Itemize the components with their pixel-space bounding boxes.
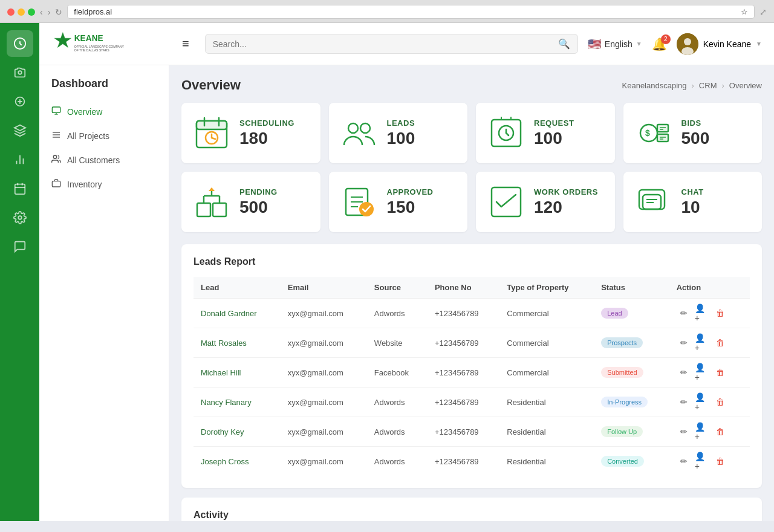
- chat-label: CHAT: [681, 187, 750, 196]
- lead-name-1[interactable]: Matt Rosales: [201, 339, 247, 348]
- svg-rect-52: [197, 203, 210, 216]
- card-leads[interactable]: LEADS 100: [329, 103, 468, 163]
- refresh-button[interactable]: ↻: [55, 7, 62, 17]
- edit-button-2[interactable]: ✏: [677, 365, 691, 380]
- user-area[interactable]: Kevin Keane ▼: [677, 33, 762, 55]
- search-bar: 🔍: [205, 34, 578, 54]
- lead-status-3: In-Progress: [594, 388, 669, 417]
- address-bar[interactable]: fieldpros.ai ☆: [67, 5, 755, 19]
- svg-rect-45: [659, 126, 667, 131]
- delete-button-1[interactable]: 🗑: [713, 336, 727, 350]
- sidebar-icon-camera[interactable]: [7, 59, 33, 86]
- back-button[interactable]: ‹: [40, 7, 43, 17]
- lead-property-1: Commercial: [499, 328, 594, 358]
- lead-name-0[interactable]: Donald Gardner: [201, 309, 257, 318]
- lead-name-5[interactable]: Joseph Cross: [201, 457, 249, 466]
- bids-card-info: BIDS 500: [681, 118, 750, 148]
- action-icons-3: ✏ 👤+ 🗑: [677, 395, 743, 409]
- sidebar-icon-chart[interactable]: [7, 146, 33, 173]
- assign-button-0[interactable]: 👤+: [695, 306, 709, 320]
- lead-status-5: Converted: [594, 447, 669, 476]
- sidebar-icon-settings[interactable]: [7, 204, 33, 231]
- forward-button[interactable]: ›: [48, 7, 51, 17]
- assign-button-2[interactable]: 👤+: [695, 365, 709, 380]
- delete-button-0[interactable]: 🗑: [713, 306, 727, 320]
- leads-card-info: LEADS 100: [387, 118, 456, 148]
- card-work-orders[interactable]: WORK ORDERS 120: [476, 172, 615, 232]
- request-card-info: REQUEST 100: [534, 118, 603, 148]
- delete-button-3[interactable]: 🗑: [713, 395, 727, 409]
- card-request[interactable]: REQUEST 100: [476, 103, 615, 163]
- content-area: Overview Keanelandscaping › CRM › Overvi…: [169, 65, 774, 521]
- card-approved[interactable]: APPROVED 150: [329, 172, 468, 232]
- svg-marker-12: [54, 32, 71, 47]
- svg-rect-53: [213, 203, 226, 216]
- assign-button-4[interactable]: 👤+: [695, 424, 709, 439]
- breadcrumb-sep-2: ›: [721, 81, 724, 90]
- svg-line-33: [212, 138, 215, 139]
- sidebar-icon-chat[interactable]: [7, 233, 33, 260]
- lead-name-2[interactable]: Michael Hill: [201, 368, 241, 377]
- lead-status-0: Lead: [594, 299, 669, 328]
- sidebar-item-overview[interactable]: Overview: [39, 100, 169, 124]
- assign-button-5[interactable]: 👤+: [695, 454, 709, 469]
- lead-name-4[interactable]: Dorothy Key: [201, 427, 244, 436]
- sidebar-item-inventory[interactable]: Inventory: [39, 172, 169, 196]
- workorders-card-icon: [488, 184, 524, 220]
- lead-source-4: Adwords: [367, 417, 428, 447]
- workorders-value: 120: [534, 198, 603, 217]
- leads-card-icon: [341, 115, 377, 151]
- lead-status-1: Prospects: [594, 328, 669, 358]
- sidebar-item-all-projects[interactable]: All Projects: [39, 124, 169, 148]
- approved-card-icon: [341, 184, 377, 220]
- breadcrumb-item-3: Overview: [729, 81, 762, 90]
- customers-icon: [51, 154, 61, 166]
- dashboard-title: Dashboard: [39, 77, 169, 100]
- card-scheduling[interactable]: SCHEDULING 180: [181, 103, 320, 163]
- delete-button-5[interactable]: 🗑: [713, 454, 727, 469]
- delete-button-2[interactable]: 🗑: [713, 365, 727, 380]
- sidebar-icon-dashboard[interactable]: [7, 30, 33, 57]
- flag-icon: 🇺🇸: [588, 37, 601, 51]
- workorders-card-info: WORK ORDERS 120: [534, 187, 603, 217]
- action-icons-4: ✏ 👤+ 🗑: [677, 424, 743, 439]
- card-bids[interactable]: $ BIDS 500: [623, 103, 763, 163]
- edit-button-3[interactable]: ✏: [677, 395, 691, 409]
- url-text: fieldpros.ai: [74, 7, 112, 16]
- assign-button-3[interactable]: 👤+: [695, 395, 709, 409]
- delete-button-4[interactable]: 🗑: [713, 424, 727, 439]
- svg-rect-26: [52, 181, 60, 187]
- lead-email-3: xyx@gmail.com: [281, 388, 367, 417]
- lead-phone-3: +123456789: [428, 388, 499, 417]
- icon-sidebar: [0, 23, 39, 521]
- edit-button-1[interactable]: ✏: [677, 336, 691, 350]
- edit-button-5[interactable]: ✏: [677, 454, 691, 469]
- sidebar-icon-layers[interactable]: [7, 117, 33, 144]
- card-pending[interactable]: PENDING 500: [181, 172, 320, 232]
- inventory-label: Inventory: [67, 180, 102, 189]
- notification-button[interactable]: 🔔 2: [652, 37, 667, 51]
- language-label: English: [605, 39, 633, 49]
- approved-card-info: APPROVED 150: [387, 187, 456, 217]
- projects-label: All Projects: [67, 131, 109, 141]
- action-icons-0: ✏ 👤+ 🗑: [677, 306, 743, 320]
- search-input[interactable]: [213, 39, 553, 49]
- sidebar-icon-calendar[interactable]: [7, 175, 33, 202]
- breadcrumb-item-2: CRM: [699, 81, 717, 90]
- request-card-icon: [488, 115, 524, 151]
- sidebar-item-all-customers[interactable]: All Customers: [39, 148, 169, 172]
- menu-icon[interactable]: ≡: [182, 37, 189, 51]
- leads-table: Lead Email Source Phone No Type of Prope…: [194, 277, 750, 476]
- lead-name-3[interactable]: Nancy Flanary: [201, 398, 252, 407]
- svg-text:OFFICIAL LANDSCAPE COMPANY: OFFICIAL LANDSCAPE COMPANY: [74, 44, 124, 48]
- lead-email-1: xyx@gmail.com: [281, 328, 367, 358]
- assign-button-1[interactable]: 👤+: [695, 336, 709, 350]
- card-chat[interactable]: CHAT 10: [623, 172, 763, 232]
- lead-property-0: Commercial: [499, 299, 594, 328]
- edit-button-4[interactable]: ✏: [677, 424, 691, 439]
- sidebar-icon-circle[interactable]: [7, 88, 33, 115]
- edit-button-0[interactable]: ✏: [677, 306, 691, 320]
- request-label: REQUEST: [534, 118, 603, 128]
- language-selector[interactable]: 🇺🇸 English ▼: [588, 37, 642, 51]
- svg-text:KEANE: KEANE: [74, 34, 103, 43]
